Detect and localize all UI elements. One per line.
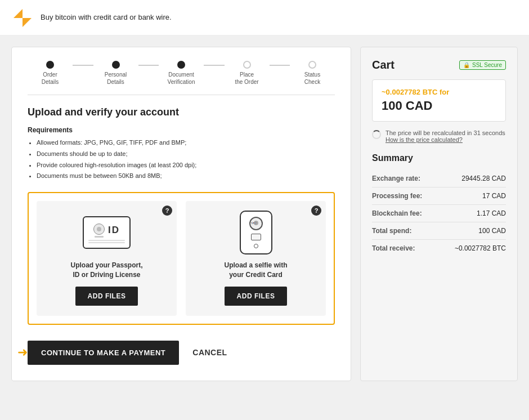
- summary-row-total-spend: Total spend: 100 CAD: [372, 222, 506, 240]
- left-panel: OrderDetails PersonalDetails DocumentVer…: [11, 47, 351, 381]
- page-title: Upload and verify your account: [28, 106, 335, 118]
- lock-icon: 🔒: [463, 62, 470, 68]
- cad-amount: 100 CAD: [382, 99, 496, 113]
- summary-row-processing: Processing fee: 17 CAD: [372, 187, 506, 205]
- step-dot-document: [177, 61, 185, 69]
- cart-header: Cart 🔒 SSL Secure: [372, 59, 506, 72]
- requirements-list: Allowed formats: JPG, PNG, GIF, TIFF, PD…: [37, 137, 335, 182]
- id-lines: [88, 240, 125, 244]
- header-tagline: Buy bitcoin with credit card or bank wir…: [41, 12, 172, 23]
- step-label-place: Placethe Order: [235, 71, 258, 86]
- svg-marker-1: [23, 18, 32, 27]
- summary-value-total-receive: ~0.0027782 BTC: [455, 244, 506, 252]
- step-document-verification: DocumentVerification: [159, 61, 204, 86]
- recalc-text: The price will be recalculated in 31 sec…: [385, 129, 505, 136]
- summary-row-total-receive: Total receive: ~0.0027782 BTC: [372, 240, 506, 257]
- step-connector-3: [204, 65, 225, 66]
- req-item-0: Allowed formats: JPG, PNG, GIF, TIFF, PD…: [37, 137, 335, 149]
- step-label-status: StatusCheck: [304, 71, 320, 86]
- cart-title: Cart: [372, 59, 394, 72]
- ssl-badge: 🔒 SSL Secure: [459, 60, 506, 70]
- id-card-icon: ID: [83, 216, 131, 249]
- stepper: OrderDetails PersonalDetails DocumentVer…: [28, 61, 335, 95]
- help-icon-selfie[interactable]: ?: [311, 205, 321, 216]
- summary-value-total-spend: 100 CAD: [478, 227, 506, 235]
- upload-boxes-container: ? ID: [28, 192, 335, 325]
- arrow-indicator: ➜: [17, 345, 28, 360]
- id-icon-area: ID: [82, 210, 132, 255]
- cancel-button[interactable]: CANCEL: [192, 348, 227, 357]
- spinner-icon: [372, 130, 381, 139]
- help-icon-id[interactable]: ?: [162, 205, 172, 216]
- step-status-check: StatusCheck: [290, 61, 335, 86]
- summary-label-total-spend: Total spend:: [372, 227, 411, 235]
- step-label-personal: PersonalDetails: [105, 71, 127, 86]
- step-dot-place: [243, 61, 251, 69]
- upload-box-selfie: ? 👓 Upload a selfie withyour Credit Card: [186, 201, 326, 316]
- summary-row-blockchain: Blockchain fee: 1.17 CAD: [372, 205, 506, 222]
- step-dot-order: [46, 61, 54, 69]
- req-item-2: Provide coloured high-resolution images …: [37, 160, 335, 171]
- logo-icon: [11, 7, 33, 28]
- step-connector-1: [73, 65, 93, 66]
- step-order-details: OrderDetails: [28, 61, 73, 86]
- selfie-icon: 👓: [240, 211, 272, 254]
- selfie-icon-area: 👓: [231, 210, 281, 255]
- svg-marker-0: [14, 9, 23, 18]
- add-files-button-selfie[interactable]: ADD FILES: [225, 287, 288, 306]
- req-item-3: Documents must be between 50KB and 8MB;: [37, 171, 335, 182]
- summary-title: Summary: [372, 153, 506, 163]
- upload-label-selfie: Upload a selfie withyour Credit Card: [224, 261, 287, 280]
- summary-label-exchange: Exchange rate:: [372, 175, 420, 182]
- top-header: Buy bitcoin with credit card or bank wir…: [0, 0, 529, 35]
- right-panel: Cart 🔒 SSL Secure ~0.0027782 BTC for 100…: [360, 47, 518, 381]
- btc-amount: ~0.0027782 BTC for: [382, 88, 496, 96]
- upload-label-id: Upload your Passport,ID or Driving Licen…: [70, 261, 142, 280]
- step-connector-4: [270, 65, 290, 66]
- req-item-1: Documents should be up to date;: [37, 149, 335, 160]
- recalc-notice: The price will be recalculated in 31 sec…: [372, 129, 506, 143]
- requirements-title: Requirements: [28, 126, 335, 134]
- upload-box-id: ? ID: [37, 201, 177, 316]
- step-dot-personal: [112, 61, 120, 69]
- summary-row-exchange: Exchange rate: 29445.28 CAD: [372, 170, 506, 187]
- step-dot-status: [308, 61, 316, 69]
- main-container: OrderDetails PersonalDetails DocumentVer…: [11, 47, 518, 381]
- summary-value-processing: 17 CAD: [482, 192, 506, 200]
- summary-label-processing: Processing fee:: [372, 192, 422, 200]
- step-place-order: Placethe Order: [225, 61, 270, 86]
- summary-label-total-receive: Total receive:: [372, 244, 415, 252]
- cart-amount-box: ~0.0027782 BTC for 100 CAD: [372, 79, 506, 122]
- summary-rows: Exchange rate: 29445.28 CAD Processing f…: [372, 170, 506, 257]
- summary-value-blockchain: 1.17 CAD: [477, 209, 506, 217]
- recalc-text-wrapper: The price will be recalculated in 31 sec…: [385, 129, 505, 143]
- ssl-label: SSL Secure: [472, 62, 502, 68]
- recalc-link[interactable]: How is the price calculated?: [385, 136, 505, 143]
- add-files-button-id[interactable]: ADD FILES: [75, 287, 138, 306]
- step-personal-details: PersonalDetails: [93, 61, 138, 86]
- step-connector-2: [138, 65, 159, 66]
- step-label-order: OrderDetails: [42, 71, 59, 86]
- summary-value-exchange: 29445.28 CAD: [461, 175, 506, 182]
- continue-button[interactable]: CONTINUE TO MAKE A PAYMENT: [28, 341, 179, 365]
- bottom-actions: ➜ CONTINUE TO MAKE A PAYMENT CANCEL: [28, 341, 335, 365]
- summary-label-blockchain: Blockchain fee:: [372, 209, 422, 217]
- step-label-document: DocumentVerification: [168, 71, 195, 86]
